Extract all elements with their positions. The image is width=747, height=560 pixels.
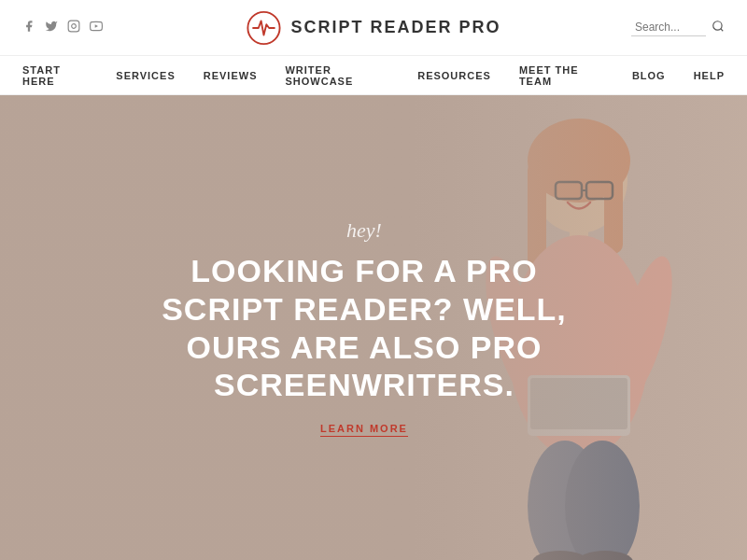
hero-content: hey! LOOKING FOR A PRO SCRIPT READER? WE… xyxy=(0,95,747,560)
brand-name: SCRIPT READER PRO xyxy=(290,18,500,37)
nav-services[interactable]: SERVICES xyxy=(116,70,175,81)
nav-writer-showcase[interactable]: WRITER SHOWCASE xyxy=(285,64,389,87)
svg-rect-0 xyxy=(68,21,79,32)
nav-reviews[interactable]: REVIEWS xyxy=(204,70,258,81)
nav-help[interactable]: HELP xyxy=(694,70,725,81)
hero-hey-text: hey! xyxy=(346,218,382,243)
logo-area: SCRIPT READER PRO xyxy=(246,10,500,46)
nav-blog[interactable]: BLOG xyxy=(632,70,666,81)
facebook-icon[interactable] xyxy=(22,20,35,35)
instagram-icon[interactable] xyxy=(67,20,80,35)
hero-cta-button[interactable]: LEARN MORE xyxy=(320,423,408,437)
youtube-icon[interactable] xyxy=(90,20,103,35)
top-bar: SCRIPT READER PRO xyxy=(0,0,747,56)
social-icons xyxy=(22,20,103,35)
hero-section: hey! LOOKING FOR A PRO SCRIPT READER? WE… xyxy=(0,95,747,560)
svg-point-4 xyxy=(713,21,722,30)
search-input[interactable] xyxy=(631,19,706,36)
logo-icon xyxy=(246,10,281,46)
nav-resources[interactable]: RESOURCES xyxy=(417,70,491,81)
twitter-icon[interactable] xyxy=(45,20,58,35)
search-button[interactable] xyxy=(712,20,725,35)
svg-line-5 xyxy=(721,29,724,32)
nav-bar: START HERE SERVICES REVIEWS WRITER SHOWC… xyxy=(0,56,747,95)
search-area xyxy=(631,19,725,36)
nav-start-here[interactable]: START HERE xyxy=(22,64,88,87)
nav-meet-the-team[interactable]: MEET THE TEAM xyxy=(519,64,604,87)
hero-title: LOOKING FOR A PRO SCRIPT READER? WELL, O… xyxy=(140,252,588,404)
svg-marker-2 xyxy=(95,24,98,28)
